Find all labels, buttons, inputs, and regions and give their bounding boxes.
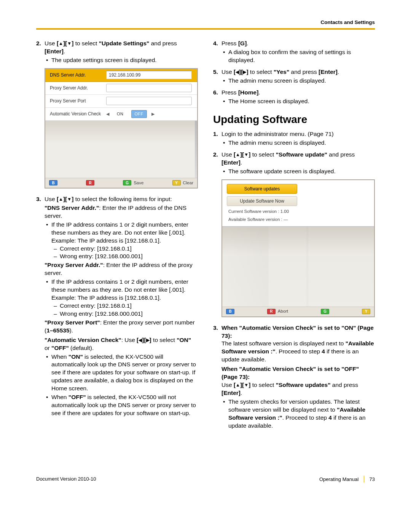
text: : Use bbox=[121, 337, 137, 343]
text: Example: The IP address is [192.168.0.1]… bbox=[51, 237, 198, 245]
bold: "Yes" bbox=[274, 69, 289, 75]
right-column: 4. Press [G]. A dialog box to confirm th… bbox=[213, 40, 375, 433]
text: . bbox=[247, 40, 248, 46]
proxy-port-value bbox=[106, 97, 192, 105]
screenshot-body bbox=[222, 227, 374, 307]
bold: [Enter] bbox=[221, 390, 241, 396]
software-update-screenshot: Software updates Update Software Now Cur… bbox=[221, 179, 375, 317]
bold: When "Automatic Version Check" is set to… bbox=[221, 366, 359, 380]
text: Use bbox=[221, 69, 234, 75]
two-column-layout: 2. Use [▲][▼] to select "Update Settings… bbox=[36, 40, 375, 433]
red-button-icon: R bbox=[86, 180, 94, 185]
row-dns: DNS Server Addr. 192.168.100.99 bbox=[45, 69, 197, 82]
ustep-2: 2. Use [▲][▼] to select "Software update… bbox=[213, 151, 375, 317]
page-number: 73 bbox=[370, 476, 375, 482]
red-button-icon: R bbox=[267, 309, 276, 314]
field-label: Automatic Version Check bbox=[45, 111, 106, 117]
ustep-1: 1. Login to the administrator menu. (Pag… bbox=[213, 130, 375, 147]
step-number: 4. bbox=[213, 40, 218, 48]
bold: [Enter] bbox=[319, 69, 338, 75]
toggle-on: ON bbox=[114, 110, 127, 118]
screenshot-footer: B R Abort G Y bbox=[222, 307, 374, 316]
red-label: Abort bbox=[278, 308, 288, 315]
text: and press bbox=[289, 69, 319, 75]
step-number: 6. bbox=[213, 89, 218, 97]
blue-button-icon: B bbox=[49, 180, 57, 185]
text: (default). bbox=[69, 345, 94, 351]
text: ). bbox=[70, 327, 73, 334]
text: Use bbox=[45, 196, 57, 202]
step-2: 2. Use [▲][▼] to select "Update Settings… bbox=[36, 40, 198, 189]
green-label: Save bbox=[134, 180, 143, 186]
text: . Proceed to step bbox=[276, 348, 322, 355]
up-icon: ▲ bbox=[59, 40, 63, 46]
down-icon: ▼ bbox=[244, 382, 249, 388]
bold: "OFF" bbox=[51, 345, 69, 351]
bold: [G] bbox=[238, 40, 247, 46]
bold: "Automatic Version Check" bbox=[45, 337, 121, 343]
settings-screenshot: DNS Server Addr. 192.168.100.99 Proxy Se… bbox=[45, 68, 198, 189]
sub-bullet: The software update screen is displayed. bbox=[221, 168, 375, 176]
sub-bullet: The update settings screen is displayed. bbox=[45, 56, 198, 64]
bold: "DNS Server Addr." bbox=[45, 204, 99, 211]
screenshot-footer: B R G Save Y Clear bbox=[45, 178, 197, 188]
text: Press bbox=[221, 40, 238, 46]
blue-button-icon: B bbox=[226, 309, 234, 314]
step-5: 5. Use [◀][▶] to select "Yes" and press … bbox=[213, 68, 375, 85]
step-6: 6. Press [Home]. The Home screen is disp… bbox=[213, 89, 375, 105]
text: . bbox=[338, 69, 339, 75]
text: Login to the administrator menu. (Page 7… bbox=[221, 131, 334, 137]
green-button-icon: G bbox=[123, 180, 131, 185]
left-icon: ◀ bbox=[139, 337, 142, 343]
step-number: 2. bbox=[36, 40, 41, 48]
dash-item: Wrong entry: [192.168.000.001] bbox=[51, 252, 198, 260]
bold: [Home] bbox=[238, 89, 258, 96]
text: . bbox=[258, 89, 260, 96]
dash-item: Correct entry: [192.168.0.1] bbox=[51, 245, 198, 253]
bold: 4 bbox=[328, 414, 332, 421]
text: and press bbox=[331, 382, 358, 388]
bold: "ON" bbox=[68, 353, 83, 360]
header-section: Contacts and Settings bbox=[36, 19, 375, 26]
sub-bullet: A dialog box to confirm the saving of se… bbox=[221, 48, 375, 64]
bold: 1–65535 bbox=[46, 327, 69, 334]
yellow-button-icon: Y bbox=[362, 309, 370, 314]
right-arrow-icon: ▶ bbox=[151, 111, 155, 117]
manual-label: Operating Manual bbox=[319, 476, 358, 482]
field-label: DNS Server Addr. bbox=[45, 72, 106, 78]
field-label: Proxy Server Port bbox=[45, 98, 106, 104]
available-version: Available Software version : — bbox=[228, 216, 370, 222]
bold: "Proxy Server Port" bbox=[45, 319, 100, 326]
bullet: When "OFF" is selected, the KX-VC500 wil… bbox=[45, 393, 198, 417]
dns-value: 192.168.100.99 bbox=[106, 71, 192, 79]
right-icon: ▶ bbox=[146, 337, 150, 343]
bold: "Software update" bbox=[276, 151, 327, 158]
step-4: 4. Press [G]. A dialog box to confirm th… bbox=[213, 40, 375, 64]
section-heading: Updating Software bbox=[213, 112, 375, 127]
step-number: 3. bbox=[213, 324, 218, 332]
field-label: Proxy Server Addr. bbox=[45, 85, 106, 91]
down-icon: ▼ bbox=[67, 196, 72, 202]
sub-bullet: The admin menu screen is displayed. bbox=[221, 139, 375, 147]
green-button-icon: G bbox=[321, 309, 329, 314]
text: If the IP address contains 1 or 2 digit … bbox=[51, 278, 188, 293]
down-icon: ▼ bbox=[244, 152, 249, 158]
text: Use bbox=[221, 151, 234, 158]
step-number: 5. bbox=[213, 68, 218, 76]
pill-software-updates: Software updates bbox=[227, 184, 297, 194]
step-number: 2. bbox=[213, 151, 218, 159]
dash-item: Wrong entry: [192.168.000.001] bbox=[51, 310, 198, 318]
header-rule bbox=[36, 28, 375, 30]
bold: "OFF" bbox=[68, 394, 86, 400]
row-proxy-port: Proxy Server Port bbox=[45, 95, 197, 108]
bullet: If the IP address contains 1 or 2 digit … bbox=[45, 221, 198, 261]
up-icon: ▲ bbox=[236, 382, 240, 388]
step-3: 3. Use [▲][▼] to select the following it… bbox=[36, 195, 198, 417]
text: . Proceed to step bbox=[282, 414, 329, 421]
row-proxy-addr: Proxy Server Addr. bbox=[45, 82, 197, 95]
pill-update-now: Update Software Now bbox=[227, 196, 297, 206]
bullet: If the IP address contains 1 or 2 digit … bbox=[45, 278, 198, 318]
footer-bar-icon bbox=[364, 476, 364, 482]
right-icon: ▶ bbox=[243, 69, 246, 75]
bold: "Update Settings" bbox=[99, 40, 150, 46]
